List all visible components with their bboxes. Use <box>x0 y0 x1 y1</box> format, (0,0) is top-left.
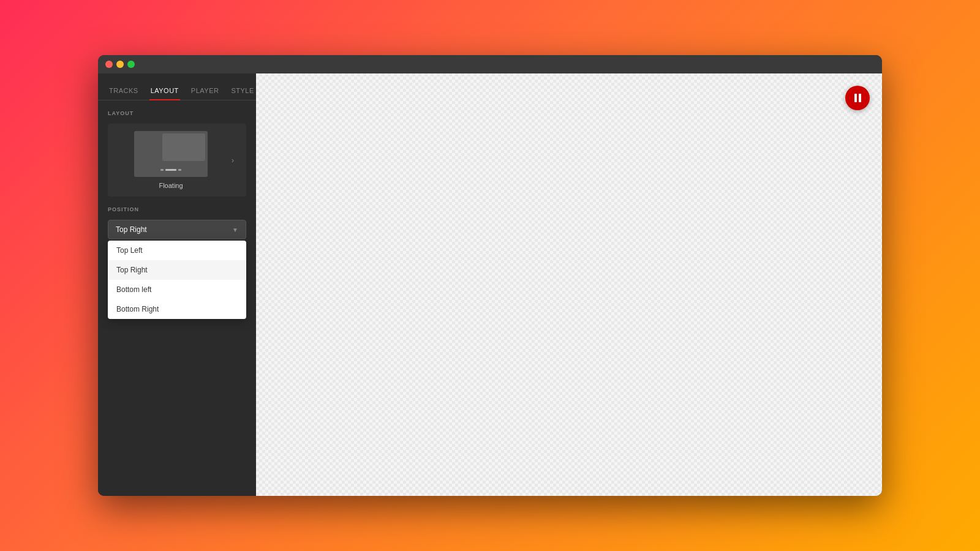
tab-player[interactable]: PLAYER <box>190 82 221 100</box>
preview-dot-1 <box>160 169 164 171</box>
layout-section-label: LAYOUT <box>108 110 246 116</box>
main-content <box>256 73 882 496</box>
pause-button[interactable] <box>845 86 870 110</box>
preview-dot-3 <box>178 169 181 171</box>
close-button[interactable] <box>105 61 113 68</box>
minimize-button[interactable] <box>116 61 124 68</box>
app-body: TRACKS LAYOUT PLAYER STYLE LAYOUT <box>98 73 882 496</box>
layout-carousel: Floating › <box>115 131 239 189</box>
layout-preview-container: Floating › <box>108 124 246 197</box>
preview-label: Floating <box>159 182 183 189</box>
pause-bar-left <box>854 94 857 102</box>
maximize-button[interactable] <box>127 61 135 68</box>
tab-layout[interactable]: LAYOUT <box>149 82 180 100</box>
position-dropdown: Top Left Top Right Bottom left Bottom Ri… <box>108 241 246 319</box>
chevron-down-icon: ▼ <box>232 227 238 233</box>
position-section: POSITION Top Right ▼ Top Left Top Right … <box>108 206 246 239</box>
position-option-bottom-right[interactable]: Bottom Right <box>108 299 246 319</box>
preview-dot-2 <box>165 169 176 171</box>
preview-dots <box>160 169 181 171</box>
tab-style[interactable]: STYLE <box>230 82 255 100</box>
traffic-lights <box>105 61 135 68</box>
position-option-bottom-left[interactable]: Bottom left <box>108 280 246 299</box>
position-option-top-right[interactable]: Top Right <box>108 260 246 280</box>
carousel-next-arrow[interactable]: › <box>227 154 239 167</box>
position-option-top-left[interactable]: Top Left <box>108 241 246 260</box>
pause-icon <box>854 94 861 102</box>
sidebar-content: LAYOUT Floating <box>98 100 256 496</box>
sidebar: TRACKS LAYOUT PLAYER STYLE LAYOUT <box>98 73 256 496</box>
tab-bar: TRACKS LAYOUT PLAYER STYLE <box>98 73 256 100</box>
position-select[interactable]: Top Right ▼ <box>108 220 246 239</box>
position-select-container: Top Right ▼ Top Left Top Right Bottom le… <box>108 220 246 239</box>
position-selected-value: Top Right <box>116 225 147 234</box>
title-bar <box>98 55 882 73</box>
position-section-label: POSITION <box>108 206 246 212</box>
pause-bar-right <box>859 94 861 102</box>
app-window: TRACKS LAYOUT PLAYER STYLE LAYOUT <box>98 55 882 496</box>
tab-tracks[interactable]: TRACKS <box>108 82 140 100</box>
preview-thumbnail <box>134 131 208 177</box>
layout-preview: Floating <box>115 131 227 189</box>
